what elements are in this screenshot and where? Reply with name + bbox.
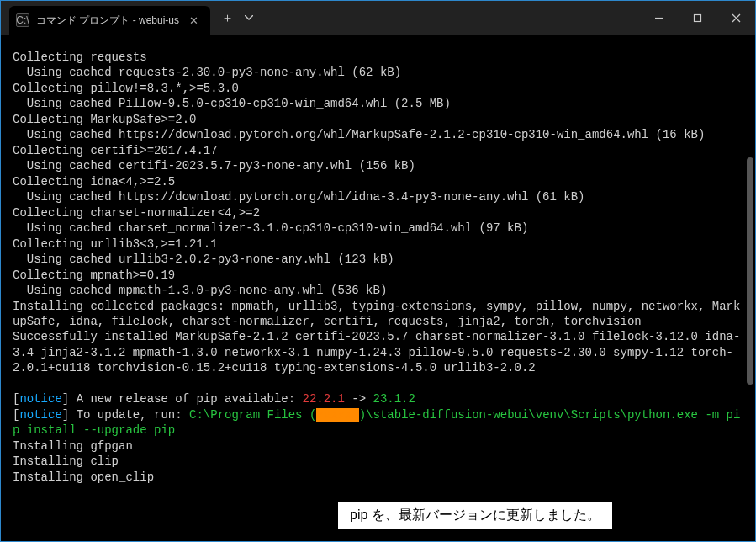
tab-dropdown-button[interactable] bbox=[239, 6, 259, 29]
titlebar: C:\ コマンド プロンプト - webui-user.b ✕ ＋ bbox=[1, 1, 755, 35]
maximize-button[interactable] bbox=[678, 1, 716, 35]
close-button[interactable] bbox=[716, 1, 755, 35]
new-tab-button[interactable]: ＋ bbox=[215, 6, 239, 29]
scrollbar-thumb[interactable] bbox=[747, 157, 753, 385]
tab-close-button[interactable]: ✕ bbox=[186, 14, 202, 27]
tab-title: コマンド プロンプト - webui-user.b bbox=[36, 13, 179, 28]
cmd-icon: C:\ bbox=[16, 13, 29, 27]
notice-line-2: [notice] To update, run: C:\Program File… bbox=[13, 408, 740, 437]
minimize-button[interactable] bbox=[639, 1, 678, 35]
notice-line-1: [notice] A new release of pip available:… bbox=[13, 392, 415, 406]
terminal-output[interactable]: Collecting requests Using cached request… bbox=[1, 35, 755, 541]
svg-rect-1 bbox=[694, 14, 700, 21]
window-tab[interactable]: C:\ コマンド プロンプト - webui-user.b ✕ bbox=[9, 6, 210, 35]
window-controls bbox=[639, 1, 755, 35]
annotation-callout: pip を、最新バージョンに更新しました。 bbox=[337, 501, 613, 530]
scrollbar[interactable] bbox=[747, 40, 753, 536]
